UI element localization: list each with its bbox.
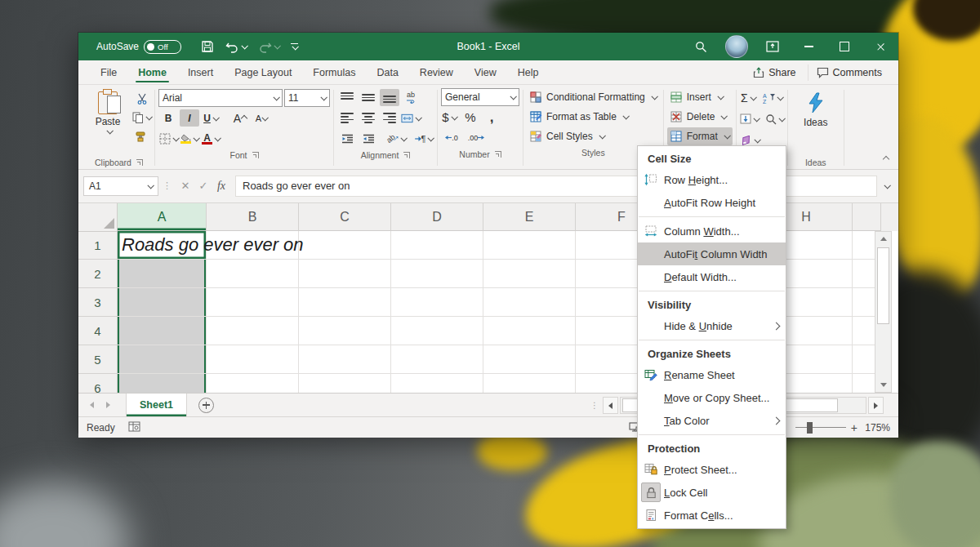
tab-home[interactable]: Home: [127, 60, 177, 84]
cell-d4[interactable]: [391, 317, 483, 345]
menu-item-format-cells[interactable]: Format Cells...: [638, 504, 786, 527]
clipboard-dialog-launcher[interactable]: [136, 159, 143, 166]
cell-b3[interactable]: [207, 288, 299, 317]
menu-item-hide-unhide[interactable]: Hide & Unhide: [638, 314, 786, 337]
underline-button[interactable]: U: [201, 109, 220, 127]
cell-d3[interactable]: [391, 288, 483, 317]
expand-formula-bar-button[interactable]: [877, 184, 893, 189]
font-color-button[interactable]: A: [201, 130, 220, 147]
menu-item-rename-sheet[interactable]: Rename Sheet: [638, 363, 786, 386]
column-header-a[interactable]: A: [118, 203, 207, 231]
sort-filter-button[interactable]: AZ: [763, 90, 782, 106]
column-header-d[interactable]: D: [391, 203, 483, 231]
sheet-tab-sheet1[interactable]: Sheet1: [126, 394, 187, 416]
column-header-partial[interactable]: [853, 203, 881, 231]
tab-view[interactable]: View: [464, 60, 507, 84]
font-dialog-launcher[interactable]: [252, 152, 259, 158]
cell-e4[interactable]: [483, 317, 576, 345]
cell-e3[interactable]: [483, 288, 576, 317]
select-all-corner[interactable]: [78, 203, 118, 232]
percent-style-button[interactable]: %: [462, 109, 479, 126]
comments-button[interactable]: Comments: [808, 64, 890, 81]
cell-c5[interactable]: [299, 345, 391, 374]
customize-quick-access-button[interactable]: [291, 43, 298, 50]
menu-item-protect-sheet[interactable]: Protect Sheet...: [638, 458, 786, 481]
decrease-indent-button[interactable]: [337, 130, 357, 147]
name-box[interactable]: A1: [83, 176, 158, 196]
formula-bar-grip[interactable]: ⋮: [158, 180, 176, 191]
share-button[interactable]: Share: [745, 64, 804, 81]
zoom-level[interactable]: 175%: [862, 422, 890, 434]
comma-style-button[interactable]: ,: [483, 109, 500, 126]
align-left-button[interactable]: [337, 109, 357, 127]
autosave-toggle[interactable]: Off: [144, 40, 181, 54]
row-header-2[interactable]: 2: [78, 260, 118, 288]
menu-item-autofit-row-height[interactable]: AutoFit Row Height: [638, 191, 786, 214]
scroll-left-button[interactable]: [603, 397, 618, 414]
previous-sheet-button[interactable]: [83, 402, 100, 408]
redo-button[interactable]: [258, 41, 279, 53]
vertical-scroll-thumb[interactable]: [877, 247, 889, 324]
cut-button[interactable]: [132, 91, 151, 107]
undo-button[interactable]: [225, 41, 247, 53]
increase-font-button[interactable]: A: [230, 109, 250, 127]
cell-c2[interactable]: [299, 260, 391, 288]
borders-button[interactable]: [158, 130, 178, 147]
italic-button[interactable]: I: [180, 109, 199, 127]
tab-review[interactable]: Review: [409, 60, 464, 84]
cell-e5[interactable]: [483, 345, 576, 374]
cell-e6[interactable]: [483, 374, 576, 393]
cell-d6[interactable]: [391, 374, 483, 393]
account-avatar[interactable]: [725, 35, 748, 58]
copy-button[interactable]: [132, 109, 151, 126]
cell-b6[interactable]: [207, 374, 299, 393]
menu-item-default-width[interactable]: Default Width...: [638, 265, 786, 288]
font-family-combo[interactable]: Arial: [158, 89, 283, 107]
cell-c4[interactable]: [299, 317, 391, 345]
bold-button[interactable]: B: [158, 109, 178, 127]
alignment-dialog-launcher[interactable]: [403, 152, 410, 158]
new-sheet-button[interactable]: [198, 398, 214, 413]
paste-button[interactable]: Paste: [87, 88, 129, 136]
row-header-5[interactable]: 5: [78, 345, 118, 374]
cell-d1[interactable]: [391, 231, 483, 260]
menu-item-autofit-column-width[interactable]: AutoFit Column Width: [638, 242, 786, 265]
zoom-in-button[interactable]: +: [851, 421, 858, 434]
sheet-bar-grip[interactable]: ⋮: [590, 401, 599, 410]
row-header-4[interactable]: 4: [78, 317, 118, 345]
autosum-button[interactable]: Σ: [740, 90, 756, 106]
cell-c1[interactable]: [299, 231, 391, 260]
decrease-decimal-button[interactable]: .00: [466, 130, 487, 146]
row-header-6[interactable]: 6: [78, 374, 118, 393]
column-header-e[interactable]: E: [483, 203, 576, 231]
cancel-button[interactable]: ✕: [176, 180, 194, 192]
text-direction-button[interactable]: ¶: [414, 130, 434, 147]
format-painter-button[interactable]: [132, 128, 151, 145]
cell-a2[interactable]: [118, 260, 207, 288]
number-format-combo[interactable]: General: [441, 88, 519, 106]
middle-align-button[interactable]: [359, 89, 378, 106]
cell-c6[interactable]: [299, 374, 391, 393]
scroll-right-button[interactable]: [868, 397, 884, 414]
cell-d5[interactable]: [391, 345, 483, 374]
cell-a3[interactable]: [118, 288, 207, 317]
collapse-ribbon-button[interactable]: [881, 153, 889, 164]
fill-button[interactable]: [740, 111, 759, 127]
increase-decimal-button[interactable]: .0: [441, 130, 462, 146]
format-as-table-button[interactable]: Format as Table: [527, 108, 660, 126]
find-select-button[interactable]: [765, 111, 784, 127]
macro-record-icon[interactable]: [128, 421, 140, 434]
number-dialog-launcher[interactable]: [495, 151, 501, 158]
zoom-slider-thumb[interactable]: [807, 422, 813, 434]
conditional-formatting-button[interactable]: Conditional Formatting: [527, 88, 660, 106]
cell-a5[interactable]: [118, 345, 207, 374]
autosave-control[interactable]: AutoSave Off: [96, 40, 181, 54]
column-header-c[interactable]: C: [299, 203, 391, 231]
zoom-slider[interactable]: [795, 427, 846, 429]
maximize-button[interactable]: [826, 33, 862, 60]
menu-item-tab-color[interactable]: Tab Color: [638, 409, 786, 432]
fill-color-button[interactable]: [180, 130, 199, 147]
font-size-combo[interactable]: 11: [284, 89, 330, 107]
insert-function-button[interactable]: fx: [212, 180, 230, 193]
scroll-down-button[interactable]: [875, 378, 891, 392]
